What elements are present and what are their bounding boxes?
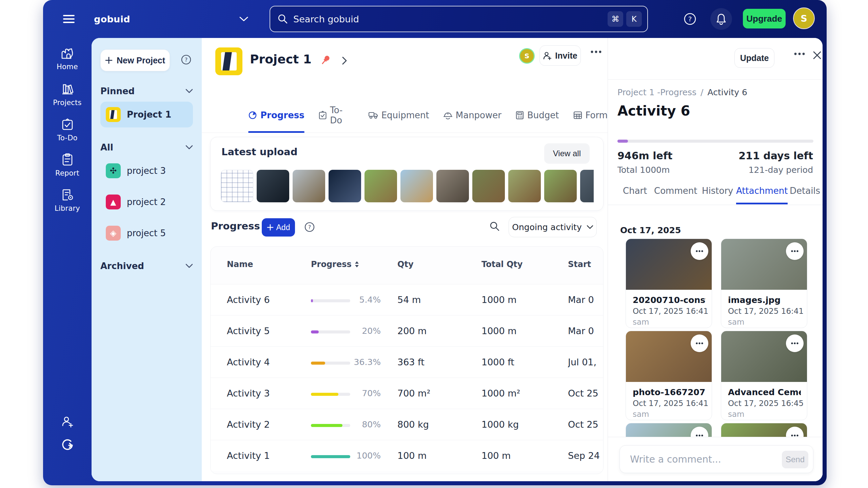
tab-form[interactable]: Form bbox=[573, 105, 608, 133]
table-search-icon[interactable] bbox=[489, 221, 500, 232]
sidebar-item-project-1[interactable]: Project 1 bbox=[100, 102, 193, 127]
panel-header: Update bbox=[608, 38, 823, 80]
activity-filter-dropdown[interactable]: Ongoing activity bbox=[509, 217, 597, 237]
new-project-button[interactable]: New Project bbox=[100, 49, 170, 71]
user-avatar[interactable]: S bbox=[793, 7, 815, 29]
invite-button[interactable]: Invite bbox=[539, 45, 581, 66]
project-1-icon bbox=[106, 107, 121, 122]
library-icon bbox=[61, 188, 74, 201]
nav-item-projects[interactable]: Projects bbox=[43, 83, 92, 107]
attachment-card[interactable]: images.jpg Oct 17, 2025 16:41 sam bbox=[721, 239, 807, 328]
comment-input[interactable]: Write a comment... Send bbox=[619, 445, 813, 473]
member-avatar[interactable]: S bbox=[519, 48, 535, 64]
table-row-activity-6[interactable]: Activity 6 5.4% 54 m 1000 m Mar 0 bbox=[211, 284, 603, 315]
activity-title: Activity 6 bbox=[617, 103, 690, 119]
column-header-start[interactable]: Start bbox=[568, 260, 591, 269]
table-row-activity-1[interactable]: Activity 1 100% 100 m 100 m Sep 24 bbox=[211, 440, 603, 471]
sidebar-section-archived[interactable]: Archived bbox=[100, 261, 193, 271]
project-5-icon: ◈ bbox=[106, 226, 121, 241]
attachment-menu-icon[interactable] bbox=[691, 334, 708, 352]
sidebar-section-all[interactable]: All bbox=[100, 142, 193, 152]
upgrade-button[interactable]: Upgrade bbox=[743, 9, 786, 28]
sidebar-item-project-5[interactable]: ◈ project 5 bbox=[100, 220, 193, 246]
tab-details[interactable]: Details bbox=[790, 186, 820, 203]
nav-item-todo[interactable]: To-Do bbox=[43, 118, 92, 142]
section-title: Progress bbox=[211, 220, 260, 232]
truck-icon bbox=[369, 111, 378, 119]
upload-thumbnail[interactable] bbox=[400, 170, 433, 202]
project-label: project 3 bbox=[127, 166, 166, 176]
attachment-menu-icon[interactable] bbox=[691, 242, 708, 260]
chevron-down-icon bbox=[185, 264, 193, 268]
view-all-button[interactable]: View all bbox=[544, 143, 590, 164]
attachment-menu-icon[interactable] bbox=[786, 242, 804, 260]
upload-thumbnail[interactable] bbox=[364, 170, 397, 202]
global-search-input[interactable]: Search gobuid ⌘ K bbox=[270, 6, 648, 32]
table-row-activity-3[interactable]: Activity 3 70% 700 m² 1000 m² Oct 25 bbox=[211, 378, 603, 409]
upload-thumbnail[interactable] bbox=[221, 170, 253, 202]
table-row-activity-5[interactable]: Activity 5 20% 200 m 1000 m Mar 0 bbox=[211, 315, 603, 346]
upload-thumbnail[interactable] bbox=[508, 170, 541, 202]
send-button[interactable]: Send bbox=[782, 451, 808, 468]
hamburger-menu-button[interactable] bbox=[61, 11, 77, 27]
upload-thumbnail[interactable] bbox=[293, 170, 325, 202]
column-header-progress[interactable]: Progress bbox=[311, 260, 359, 269]
help-button[interactable]: ? bbox=[680, 9, 700, 29]
person-add-icon bbox=[543, 51, 552, 60]
sidebar-item-project-3[interactable]: ✣ project 3 bbox=[100, 158, 193, 184]
tab-attachment[interactable]: Attachment bbox=[736, 186, 788, 204]
progress-bar bbox=[311, 362, 350, 365]
chevron-right-icon[interactable] bbox=[341, 56, 348, 65]
tab-equipment[interactable]: Equipment bbox=[369, 105, 429, 133]
upload-thumbnail[interactable] bbox=[580, 170, 594, 202]
qty-left-value: 946m left bbox=[617, 150, 672, 162]
workspace-switcher[interactable]: gobuid bbox=[94, 0, 130, 38]
progress-help-icon[interactable]: ? bbox=[304, 222, 315, 232]
upload-thumbnail[interactable] bbox=[544, 170, 577, 202]
upload-thumbnail[interactable] bbox=[257, 170, 289, 202]
attachment-card[interactable]: Advanced Cemen… Oct 17, 2025 16:45 sam bbox=[721, 331, 807, 420]
tab-comment[interactable]: Comment bbox=[654, 186, 697, 203]
gobuid-logo[interactable] bbox=[43, 438, 92, 451]
more-options-icon[interactable] bbox=[794, 52, 805, 56]
attachment-card[interactable]: photo-166720759… Oct 17, 2025 16:41 sam bbox=[626, 331, 712, 420]
add-activity-button[interactable]: Add bbox=[262, 218, 295, 237]
sidebar-help-icon[interactable]: ? bbox=[181, 54, 192, 65]
upload-thumbnail[interactable] bbox=[472, 170, 505, 202]
tab-todo[interactable]: To-Do bbox=[319, 105, 354, 133]
project-tabs: Progress To-Do Equipment Manpower bbox=[248, 105, 608, 133]
upload-thumbnail[interactable] bbox=[329, 170, 361, 202]
sidebar-item-project-2[interactable]: ▲ project 2 bbox=[100, 189, 193, 215]
breadcrumb-parent[interactable]: Project 1 -Progress bbox=[617, 87, 696, 97]
project-2-icon: ▲ bbox=[106, 195, 121, 209]
tab-manpower[interactable]: Manpower bbox=[443, 105, 501, 133]
notifications-button[interactable] bbox=[710, 8, 732, 30]
upload-thumbnail[interactable] bbox=[436, 170, 469, 202]
column-header-name[interactable]: Name bbox=[227, 260, 253, 269]
tab-progress[interactable]: Progress bbox=[248, 105, 304, 133]
project-1-icon bbox=[215, 47, 242, 75]
attachment-card[interactable] bbox=[626, 423, 712, 437]
calculator-icon bbox=[516, 111, 524, 120]
column-header-qty[interactable]: Qty bbox=[397, 260, 414, 269]
table-row-activity-2[interactable]: Activity 2 80% 800 kg 1000 kg Oct 25 bbox=[211, 409, 603, 440]
close-icon[interactable] bbox=[813, 51, 822, 60]
table-row-activity-4[interactable]: Activity 4 36.3% 363 ft 1000 ft Jul 01, bbox=[211, 346, 603, 378]
sidebar-section-pinned[interactable]: Pinned bbox=[100, 86, 193, 96]
invite-member-button[interactable] bbox=[43, 415, 92, 428]
column-header-total-qty[interactable]: Total Qty bbox=[481, 260, 522, 269]
attachment-card[interactable] bbox=[721, 423, 807, 437]
update-button[interactable]: Update bbox=[734, 48, 774, 68]
attachment-menu-icon[interactable] bbox=[786, 334, 804, 352]
nav-item-library[interactable]: Library bbox=[43, 188, 92, 212]
tab-history[interactable]: History bbox=[702, 186, 733, 203]
tab-budget[interactable]: Budget bbox=[516, 105, 559, 133]
tab-chart[interactable]: Chart bbox=[623, 186, 647, 203]
attachment-card[interactable]: 20200710-constru… Oct 17, 2025 16:41 sam bbox=[626, 239, 712, 328]
table-icon bbox=[573, 111, 582, 119]
nav-item-home[interactable]: Home bbox=[43, 47, 92, 71]
nav-item-report[interactable]: Report bbox=[43, 153, 92, 177]
more-options-icon[interactable] bbox=[590, 50, 602, 54]
pin-icon[interactable] bbox=[320, 54, 331, 66]
chevron-down-icon[interactable] bbox=[237, 12, 251, 26]
